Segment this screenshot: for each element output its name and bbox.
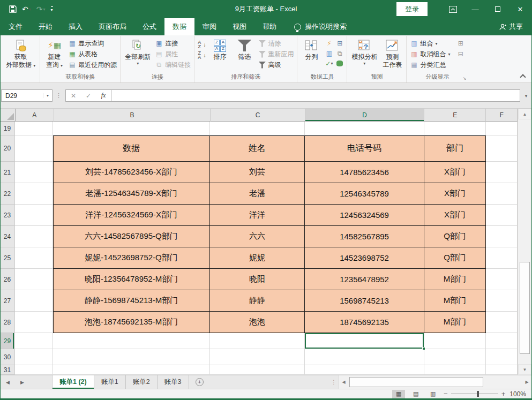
cell-D30[interactable] [305,349,424,365]
remove-duplicates-button[interactable]: ▥ [324,48,334,58]
cell-A23[interactable] [14,205,53,226]
cell-F20[interactable] [486,135,518,162]
column-header-A[interactable]: A [16,109,54,122]
expand-formula-bar-button[interactable]: ▾ [521,93,531,99]
sheet-tab[interactable]: 账单1 [94,375,126,389]
scroll-up-icon[interactable]: ▲ [518,109,531,119]
recent-sources-button[interactable]: ▤最近使用的源 [66,59,118,70]
manage-data-model-button[interactable] [334,58,345,69]
save-button[interactable] [7,4,19,14]
cell-A20[interactable] [14,135,53,162]
relationships-button[interactable]: ⧉ [334,48,345,58]
cell-F29[interactable] [486,333,518,349]
zoom-level[interactable]: 100% [509,390,526,398]
customize-qat-button[interactable]: ▾ [49,5,55,13]
cell-E19[interactable] [424,122,486,135]
insert-function-button[interactable]: fx [96,92,111,100]
cell-C26[interactable]: 晓阳 [210,269,305,290]
sheet-nav-right-button[interactable]: ▶ [15,375,29,389]
row-header-31[interactable]: 31 [1,365,14,375]
cell-F30[interactable] [486,349,518,365]
column-header-C[interactable]: C [211,109,305,122]
edit-links-button[interactable]: ⧉编辑链接 [153,59,192,70]
cell-B30[interactable] [53,349,210,365]
cell-B26[interactable]: 晓阳-12356478952-M部门 [53,269,210,290]
what-if-analysis-button[interactable]: ? 模拟分析 ▾ [349,36,380,67]
consolidate-button[interactable]: ⊞ [334,38,345,48]
tab-page-layout[interactable]: 页面布局 [91,18,134,35]
filter-button[interactable]: 筛选 [232,36,257,62]
cell-C23[interactable]: 洋洋 [210,205,305,226]
tab-view[interactable]: 视图 [224,18,254,35]
maximize-button[interactable] [486,0,509,18]
hide-detail-button[interactable]: ⊟ [455,49,466,59]
from-table-button[interactable]: ▦从表格 [66,49,118,59]
cell-B27[interactable]: 静静-15698745213-M部门 [53,290,210,312]
cell-E23[interactable]: X部门 [424,205,486,226]
cell-E20[interactable]: 部门 [424,135,486,162]
cell-A30[interactable] [14,349,53,365]
zoom-in-button[interactable]: + [501,390,506,398]
cell-C31[interactable] [210,365,305,375]
data-validation-button[interactable]: ✓▾ [324,58,334,69]
row-header-30[interactable]: 30 [1,349,14,365]
tab-formulas[interactable]: 公式 [134,18,164,35]
cell-B21[interactable]: 刘芸-14785623456-X部门 [53,162,210,183]
select-all-corner[interactable] [1,109,16,122]
add-sheet-button[interactable]: + [189,375,211,389]
cell-F22[interactable] [486,183,518,205]
cell-D23[interactable]: 12456324569 [305,205,424,226]
row-header-25[interactable]: 25 [1,247,14,269]
ribbon-display-options-button[interactable] [441,0,464,18]
cell-C30[interactable] [210,349,305,365]
cell-C22[interactable]: 老潘 [210,183,305,205]
text-to-columns-button[interactable]: 分列 [299,36,324,62]
connections-button[interactable]: ▣连接 [153,38,192,49]
view-normal-button[interactable]: ▦ [392,390,405,398]
cell-E30[interactable] [424,349,486,365]
row-header-29[interactable]: 29 [1,333,14,349]
cell-B24[interactable]: 六六-14582567895-Q部门 [53,226,210,247]
row-header-20[interactable]: 20 [1,135,14,162]
sort-descending-button[interactable]: ZA↓ [196,50,207,61]
cell-D25[interactable]: 14523698752 [305,247,424,269]
cell-B23[interactable]: 洋洋-12456324569-X部门 [53,205,210,226]
cell-C20[interactable]: 姓名 [210,135,305,162]
column-header-F[interactable]: F [486,109,518,122]
cell-B31[interactable] [53,365,210,375]
scroll-down-icon[interactable]: ▼ [518,364,531,375]
cell-C24[interactable]: 六六 [210,226,305,247]
dialog-launcher-icon[interactable]: ↘ [463,76,467,81]
cell-E31[interactable] [424,365,486,375]
flash-fill-button[interactable]: ⚡ [324,38,334,48]
enter-button[interactable]: ✓ [81,92,96,100]
cell-C29[interactable] [210,333,305,349]
cell-B29[interactable] [53,333,210,349]
refresh-all-button[interactable]: ↻ 全部刷新 ▾ [122,36,153,67]
cell-F26[interactable] [486,269,518,290]
cell-F25[interactable] [486,247,518,269]
cell-B22[interactable]: 老潘-12546345789-X部门 [53,183,210,205]
cancel-button[interactable]: ✕ [66,92,81,100]
zoom-thumb[interactable] [477,391,479,397]
collapse-ribbon-button[interactable] [520,74,526,80]
cell-F31[interactable] [486,365,518,375]
tell-me-search[interactable]: 操作说明搜索 [294,18,347,35]
tab-review[interactable]: 审阅 [194,18,224,35]
vertical-scrollbar[interactable]: ▲ ▼ [518,109,531,375]
row-header-28[interactable]: 28 [1,312,14,333]
cell-F28[interactable] [486,312,518,333]
selected-cell-D29[interactable] [305,333,424,349]
cell-D26[interactable]: 12356478952 [305,269,424,290]
cell-A31[interactable] [14,365,53,375]
view-page-layout-button[interactable]: ▤ [409,390,422,398]
tab-data[interactable]: 数据 [164,18,194,35]
scroll-left-icon[interactable]: ◀ [339,375,348,389]
cell-D19[interactable] [305,122,424,135]
row-header-23[interactable]: 23 [1,205,14,226]
cell-D27[interactable]: 15698745213 [305,290,424,312]
row-header-26[interactable]: 26 [1,269,14,290]
cell-A29[interactable] [14,333,53,349]
horizontal-scroll-thumb[interactable] [349,377,483,387]
sort-ascending-button[interactable]: AZ↓ [196,39,207,50]
